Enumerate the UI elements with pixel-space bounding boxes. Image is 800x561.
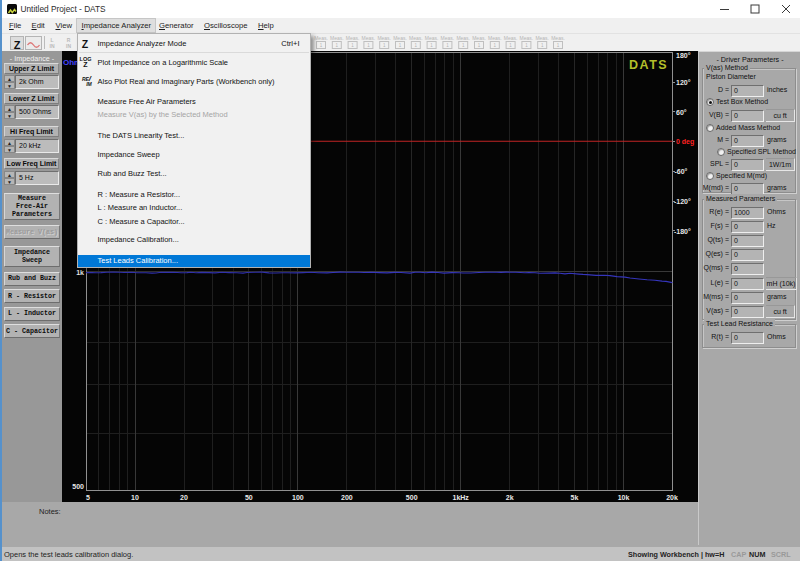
svg-text:20: 20: [180, 494, 188, 501]
svg-text:180°: 180°: [676, 52, 691, 59]
svg-text:-120°: -120°: [674, 198, 691, 205]
svg-text:120°: 120°: [676, 79, 691, 86]
svg-text:500: 500: [406, 494, 418, 501]
svg-text:0 deg: 0 deg: [676, 138, 694, 146]
svg-text:1: 1: [320, 43, 323, 48]
svg-text:Z: Z: [14, 39, 21, 51]
svg-text:Meas.: Meas.: [314, 35, 328, 41]
svg-text:2k: 2k: [506, 494, 514, 501]
svg-text:20k: 20k: [666, 494, 678, 501]
svg-text:5: 5: [86, 494, 90, 501]
svg-text:200: 200: [341, 494, 353, 501]
svg-text:60°: 60°: [676, 109, 687, 116]
svg-text:50: 50: [245, 494, 253, 501]
svg-text:500: 500: [72, 483, 84, 490]
svg-text:-60°: -60°: [675, 168, 688, 175]
svg-text:-180°: -180°: [674, 228, 691, 235]
svg-text:10k: 10k: [618, 494, 630, 501]
svg-text:100: 100: [292, 494, 304, 501]
svg-text:10: 10: [131, 494, 139, 501]
svg-text:1kHz: 1kHz: [453, 494, 470, 501]
svg-text:1k: 1k: [76, 269, 84, 276]
svg-text:5k: 5k: [571, 494, 579, 501]
svg-text:DATS: DATS: [629, 58, 668, 72]
